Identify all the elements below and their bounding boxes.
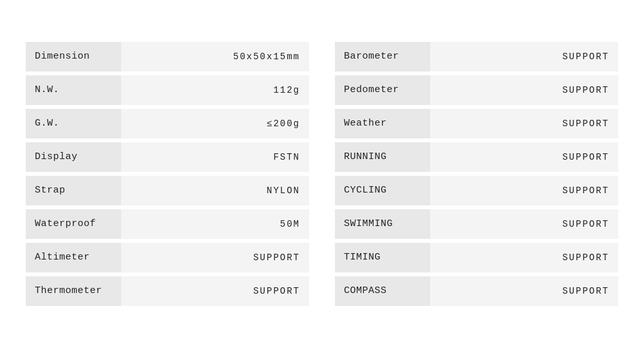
table-row: AltimeterSUPPORT <box>26 243 309 272</box>
spec-label: TIMING <box>335 243 430 272</box>
table-row: WeatherSUPPORT <box>335 109 618 138</box>
table-row: SWIMMINGSUPPORT <box>335 209 618 239</box>
spec-label: Thermometer <box>26 276 121 306</box>
spec-value: ≤200g <box>121 109 309 138</box>
spec-label: COMPASS <box>335 276 430 306</box>
table-row: ThermometerSUPPORT <box>26 276 309 306</box>
table-row: Waterproof50M <box>26 209 309 239</box>
spec-label: Strap <box>26 176 121 205</box>
spec-label: Dimension <box>26 42 121 71</box>
table-row: BarometerSUPPORT <box>335 42 618 71</box>
table-row: Dimension50x50x15mm <box>26 42 309 71</box>
spec-value: SUPPORT <box>121 276 309 306</box>
spec-value: 50x50x15mm <box>121 42 309 71</box>
spec-label: G.W. <box>26 109 121 138</box>
table-row: DisplayFSTN <box>26 142 309 172</box>
specs-grid: Dimension50x50x15mmN.W.112gG.W.≤200gDisp… <box>26 42 618 310</box>
table-row: COMPASSSUPPORT <box>335 276 618 306</box>
spec-label: Barometer <box>335 42 430 71</box>
page-container: Dimension50x50x15mmN.W.112gG.W.≤200gDisp… <box>13 29 631 323</box>
table-row: N.W.112g <box>26 75 309 105</box>
spec-value: SUPPORT <box>430 176 618 205</box>
spec-value: SUPPORT <box>430 209 618 239</box>
spec-value: 50M <box>121 209 309 239</box>
spec-value: SUPPORT <box>430 109 618 138</box>
spec-value: SUPPORT <box>430 42 618 71</box>
spec-label: N.W. <box>26 75 121 105</box>
spec-label: Pedometer <box>335 75 430 105</box>
spec-label: Weather <box>335 109 430 138</box>
table-row: G.W.≤200g <box>26 109 309 138</box>
spec-value: SUPPORT <box>430 75 618 105</box>
table-row: RUNNINGSUPPORT <box>335 142 618 172</box>
spec-value: NYLON <box>121 176 309 205</box>
spec-label: RUNNING <box>335 142 430 172</box>
spec-value: SUPPORT <box>430 243 618 272</box>
right-column: BarometerSUPPORTPedometerSUPPORTWeatherS… <box>335 42 618 310</box>
table-row: StrapNYLON <box>26 176 309 205</box>
spec-value: SUPPORT <box>430 276 618 306</box>
table-row: PedometerSUPPORT <box>335 75 618 105</box>
spec-label: Display <box>26 142 121 172</box>
spec-value: SUPPORT <box>430 142 618 172</box>
spec-label: Waterproof <box>26 209 121 239</box>
table-row: TIMINGSUPPORT <box>335 243 618 272</box>
left-column: Dimension50x50x15mmN.W.112gG.W.≤200gDisp… <box>26 42 309 310</box>
table-row: CYCLINGSUPPORT <box>335 176 618 205</box>
spec-label: SWIMMING <box>335 209 430 239</box>
spec-value: SUPPORT <box>121 243 309 272</box>
spec-label: Altimeter <box>26 243 121 272</box>
spec-value: FSTN <box>121 142 309 172</box>
spec-value: 112g <box>121 75 309 105</box>
spec-label: CYCLING <box>335 176 430 205</box>
